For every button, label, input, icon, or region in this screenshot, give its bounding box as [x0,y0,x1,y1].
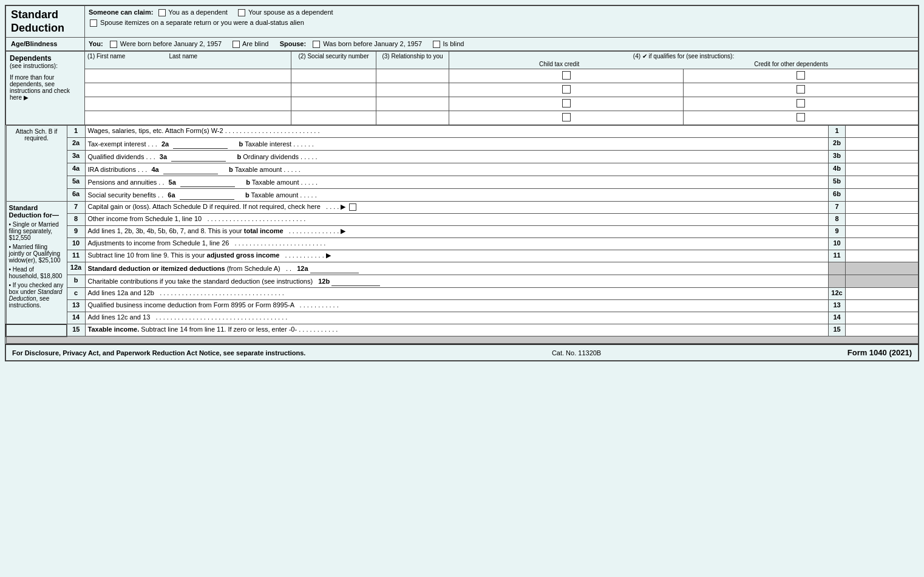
line7-amount[interactable] [848,203,916,212]
line12c-amount[interactable] [848,289,916,298]
spouse-itemizes-label: Spouse itemizes on a separate return or … [100,19,304,26]
line7-number: 7 [67,202,85,214]
dep2-ssn[interactable] [294,84,373,94]
born-before-1957-you-label: Were born before January 2, 1957 [120,40,222,47]
line5a-amount[interactable] [180,177,235,187]
line3a-desc: Qualified dividends . . . [88,153,157,160]
line15-amount[interactable] [848,326,916,335]
is-blind-spouse-checkbox[interactable] [433,41,440,48]
dep2-child-tax-credit-checkbox[interactable] [562,85,571,94]
spouse-label: Spouse: [280,40,306,47]
line9-ref: 9 [829,226,846,238]
dep3-child-tax-credit-checkbox[interactable] [562,99,571,108]
line10-number: 10 [67,238,85,250]
standard-deduction-title: Standard Deduction [11,9,80,35]
dep-col3-label: (3) Relationship to you [382,53,443,60]
line3a-amount[interactable] [171,152,226,162]
line3b-amount[interactable] [848,152,916,161]
line10-ref: 10 [829,238,846,250]
dependents-header: Dependents [10,54,81,63]
dep3-other-dep-checkbox[interactable] [797,99,805,108]
dep4-other-dep-checkbox[interactable] [797,113,805,121]
line9-amount[interactable] [848,227,916,236]
line7-desc: Capital gain or (loss). Attach Schedule … [85,202,829,214]
line6a-amount[interactable] [180,190,234,200]
dep3-name[interactable] [87,98,288,108]
line2b-b-label: b [239,140,243,148]
line8-number: 8 [67,214,85,226]
form-1040: Standard Deduction Someone can claim: Yo… [5,5,919,361]
line3a-number: 3a [67,151,85,163]
line13-amount[interactable] [848,301,916,310]
dep1-other-dep-checkbox[interactable] [797,71,805,80]
line6a-ref-label: 6a [168,191,175,199]
line4b-desc: Taxable amount . . . . . [235,166,301,173]
line6a-number: 6a [67,189,85,202]
born-before-1957-you-checkbox[interactable] [110,41,117,48]
line12a-desc: Standard deduction or itemized deduction… [85,262,829,275]
line14-desc: Add lines 12c and 13 . . . . . . . . . .… [85,312,829,324]
line4a-amount[interactable] [163,165,218,174]
line4a-ref-label: 4a [151,166,158,173]
line2b-amount[interactable] [848,139,916,148]
you-label: You: [89,40,103,47]
line4a-desc: IRA distributions . . . [88,166,149,173]
line11-amount[interactable] [848,251,916,261]
line7-ref: 7 [829,202,846,214]
dep1-ssn[interactable] [294,71,373,78]
line4b-b-label: b [229,166,233,173]
line9-number: 9 [67,226,85,238]
line1-amount[interactable] [848,127,916,136]
line10-desc: Adjustments to income from Schedule 1, l… [85,238,829,250]
line5a-number: 5a [67,176,85,189]
dep4-name[interactable] [87,112,288,121]
line13-number: 13 [67,300,85,312]
dep1-rel[interactable] [379,71,446,78]
line8-amount[interactable] [848,215,916,224]
footer-notice: For Disclosure, Privacy Act, and Paperwo… [12,349,305,357]
line15-number: 15 [67,324,85,336]
line10-amount[interactable] [848,239,916,248]
dep2-other-dep-checkbox[interactable] [797,85,805,94]
line6b-amount[interactable] [848,190,916,199]
line6b-number: 6b [829,189,846,202]
line15-desc: Taxable income. Subtract line 14 from li… [85,324,829,336]
cat-number: Cat. No. 11320B [552,349,601,357]
line12c-number: c [67,288,85,300]
dep4-ssn[interactable] [294,112,373,121]
dep4-child-tax-credit-checkbox[interactable] [562,113,571,121]
dep-col4-label: (4) ✔ if qualifies for (see instructions… [633,53,734,60]
are-blind-you-checkbox[interactable] [233,41,240,48]
dep-col4a-label: Child tax credit [539,61,579,67]
dependents-more-note: If more than four dependents, see instru… [10,74,81,101]
line2a-number: 2a [67,138,85,151]
dep4-rel[interactable] [379,112,446,121]
line15-sidebar-empty [6,324,67,336]
line12a-ref [829,262,846,275]
line7-checkbox[interactable] [349,203,356,211]
age-blindness-label: Age/Blindness [11,40,57,47]
dep3-rel[interactable] [379,98,446,108]
line2a-amount[interactable] [173,139,228,149]
dep2-rel[interactable] [379,84,446,94]
line4b-amount[interactable] [848,165,916,174]
born-before-1957-spouse-label: Was born before January 2, 1957 [323,40,422,47]
dep2-name[interactable] [87,84,288,94]
line14-amount[interactable] [848,313,916,323]
spouse-itemizes-checkbox[interactable] [90,19,97,27]
dep1-child-tax-credit-checkbox[interactable] [562,71,571,80]
you-dependent-checkbox[interactable] [158,9,166,16]
dep1-name[interactable] [87,71,288,78]
line1-number: 1 [67,126,85,138]
spouse-dependent-checkbox[interactable] [238,9,245,16]
line5b-amount[interactable] [848,177,916,186]
line12c-desc: Add lines 12a and 12b . . . . . . . . . … [85,288,829,300]
line12b-number: b [67,275,85,288]
line1-ref: 1 [829,126,846,138]
dep3-ssn[interactable] [294,98,373,108]
dep-col1-label: (1) First name [87,53,125,60]
born-before-1957-spouse-checkbox[interactable] [313,41,320,48]
line12a-inline-amount[interactable] [310,264,359,273]
line12b-inline-amount[interactable] [331,276,380,286]
line15-ref: 15 [829,324,846,336]
